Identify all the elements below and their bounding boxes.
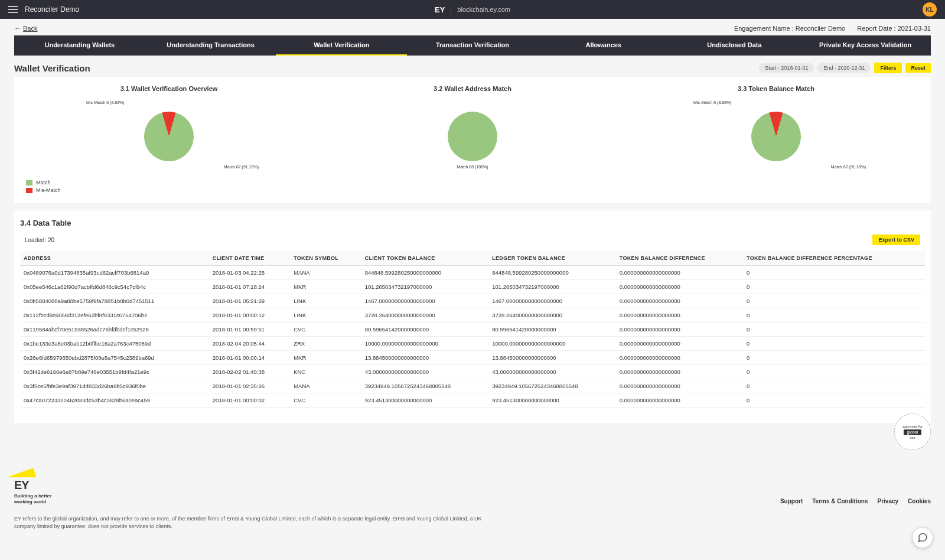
pie-icon xyxy=(448,112,497,161)
table-cell: 10000.000000000000000000 xyxy=(361,337,489,351)
table-cell: 13.884500000000000000 xyxy=(361,351,489,365)
footer-link-terms[interactable]: Terms & Conditions xyxy=(812,498,868,504)
table-header[interactable]: TOKEN BALANCE DIFFERENCE PERCENTAGE xyxy=(743,251,925,266)
table-header[interactable]: CLIENT DATE TIME xyxy=(209,251,290,266)
tab-undisclosed-data[interactable]: Undisclosed Data xyxy=(669,35,800,56)
table-cell: 0 xyxy=(743,308,925,323)
table-cell: 0.000000000000000000 xyxy=(616,337,743,351)
table-row[interactable]: 0x05ee546c1a62f90d7acbffd6d846c9c54c7cf9… xyxy=(20,280,925,294)
engagement-label: Engagement Name : xyxy=(734,25,794,32)
end-date-chip[interactable]: End - 2020-12-31 xyxy=(817,63,871,73)
table-cell: 1467.000000000000000000 xyxy=(488,294,616,308)
footer-link-cookies[interactable]: Cookies xyxy=(908,498,931,504)
tab-bar: Understanding Wallets Understanding Tran… xyxy=(14,35,931,56)
approval-badge: approved for global use xyxy=(894,414,931,450)
chart-verification-overview: 3.1 Wallet Verification Overview Mis-Mat… xyxy=(20,85,318,169)
top-center: EY blockchain.ey.com xyxy=(435,5,510,14)
tab-wallet-verification[interactable]: Wallet Verification xyxy=(276,35,407,56)
table-cell: 2018-01-01 00:00:12 xyxy=(209,308,290,323)
table-cell: 2018-01-01 05:21:29 xyxy=(209,294,290,308)
ey-logo: EY Building a better working world xyxy=(14,468,51,504)
table-cell: MKR xyxy=(290,351,361,365)
avatar[interactable]: KL xyxy=(923,2,937,17)
table-cell: 0x3f42de6166e6e87b89e746e03551b9fd4fa21e… xyxy=(20,365,209,379)
table-header[interactable]: CLIENT TOKEN BALANCE xyxy=(361,251,489,266)
table-cell: 0.000000000000000000 xyxy=(616,393,743,408)
charts-row: 3.1 Wallet Verification Overview Mis-Mat… xyxy=(20,85,925,169)
table-cell: 3728.264000000000000000 xyxy=(488,308,616,323)
reset-button[interactable]: Reset xyxy=(905,63,931,73)
menu-icon[interactable] xyxy=(8,6,18,13)
table-row[interactable]: 0x26e6fd65979650ebd2875f08e8a7545c2389ba… xyxy=(20,351,925,365)
report-value: 2021-03-31 xyxy=(898,25,931,32)
filters-button[interactable]: Filters xyxy=(874,63,902,73)
legend-swatch-icon xyxy=(26,180,32,185)
export-csv-button[interactable]: Export to CSV xyxy=(872,235,920,245)
ey-text: EY xyxy=(14,478,51,492)
report-info: Report Date : 2021-03-31 xyxy=(857,25,931,32)
table-cell: 13.884500000000000000 xyxy=(488,351,616,365)
tab-private-key-access[interactable]: Private Key Access Validation xyxy=(800,35,931,56)
back-button[interactable]: ← Back xyxy=(14,25,37,32)
pie-wrap: Mis-Match 6 (8.82%) Match 62 (91.18%) xyxy=(627,104,925,169)
table-cell: 0x26e6fd65979650ebd2875f08e8a7545c2389ba… xyxy=(20,351,209,365)
table-header[interactable]: TOKEN BALANCE DIFFERENCE xyxy=(616,251,743,266)
table-cell: 2018-01-01 00:00:02 xyxy=(209,393,290,408)
badge-text: approved for xyxy=(902,425,923,428)
legend-swatch-icon xyxy=(26,188,32,193)
top-left: Reconciler Demo xyxy=(8,5,79,14)
table-cell: 923.451300000000000000 xyxy=(488,393,616,408)
table-cell: 0.000000000000000000 xyxy=(616,351,743,365)
chart-title: 3.1 Wallet Verification Overview xyxy=(20,85,318,92)
match-label: Match 62 (91.18%) xyxy=(831,165,866,169)
triangle-icon xyxy=(6,468,39,477)
pie-wrap: Mis-Match 6 (8.82%) Match 62 (91.18%) xyxy=(20,104,318,169)
footer-link-privacy[interactable]: Privacy xyxy=(878,498,899,504)
table-head-row: ADDRESSCLIENT DATE TIMETOKEN SYMBOLCLIEN… xyxy=(20,251,925,266)
table-cell: 0 xyxy=(743,323,925,337)
mismatch-label: Mis-Match 6 (8.82%) xyxy=(86,100,125,105)
data-table-sub-row: Loaded: 20 Export to CSV xyxy=(20,235,925,245)
footer-link-support[interactable]: Support xyxy=(780,498,803,504)
table-cell: 0x0b5884088a9a88be5759f9fa78851b8b0d7451… xyxy=(20,294,209,308)
table-row[interactable]: 0x0b5884088a9a88be5759f9fa78851b8b0d7451… xyxy=(20,294,925,308)
table-cell: 0x112fbcd8c6058d212efe62bf8f0331c0754706… xyxy=(20,308,209,323)
legend-item-match: Match xyxy=(26,180,925,185)
tab-understanding-wallets[interactable]: Understanding Wallets xyxy=(14,35,145,56)
table-header[interactable]: ADDRESS xyxy=(20,251,209,266)
info-row: ← Back Engagement Name : Reconciler Demo… xyxy=(0,19,945,35)
table-cell: 844848.599280250000000000 xyxy=(488,266,616,280)
tab-allowances[interactable]: Allowances xyxy=(538,35,669,56)
table-cell: 0 xyxy=(743,337,925,351)
start-date-chip[interactable]: Start - 2018-01-01 xyxy=(759,63,814,73)
legend-label: Mis-Match xyxy=(36,187,61,193)
back-label: Back xyxy=(23,25,37,32)
chat-icon[interactable] xyxy=(912,527,933,548)
chart-title: 3.3 Token Balance Match xyxy=(627,85,925,92)
table-cell: 39234949.1056725243468805548 xyxy=(488,379,616,393)
table-cell: 0.000000000000000000 xyxy=(616,365,743,379)
table-cell: 0 xyxy=(743,393,925,408)
page-title: Wallet Verification xyxy=(14,63,90,73)
table-row[interactable]: 0x112fbcd8c6058d212efe62bf8f0331c0754706… xyxy=(20,308,925,323)
table-header[interactable]: LEDGER TOKEN BALANCE xyxy=(488,251,616,266)
match-label: Match 68 (100%) xyxy=(457,165,488,169)
engagement-value: Reconciler Demo xyxy=(796,25,845,32)
table-cell: 101.265034732197000000 xyxy=(488,280,616,294)
footer: approved for global use EY Building a be… xyxy=(0,423,945,548)
tagline-line: Building a better xyxy=(14,493,51,499)
tab-transaction-verification[interactable]: Transaction Verification xyxy=(407,35,538,56)
table-cell: 2018-01-01 07:18:24 xyxy=(209,280,290,294)
divider-icon xyxy=(451,5,451,14)
table-cell: 0.000000000000000000 xyxy=(616,294,743,308)
charts-panel: 3.1 Wallet Verification Overview Mis-Mat… xyxy=(14,77,931,203)
tab-understanding-transactions[interactable]: Understanding Transactions xyxy=(145,35,276,56)
table-header[interactable]: TOKEN SYMBOL xyxy=(290,251,361,266)
table-row[interactable]: 0x3f42de6166e6e87b89e746e03551b9fd4fa21e… xyxy=(20,365,925,379)
table-row[interactable]: 0x3f5ce5fbfe3e9af3971dd833d26ba9b5c936f0… xyxy=(20,379,925,393)
table-row[interactable]: 0x119584abcf70e51938526adc76bfdbdef1c529… xyxy=(20,323,925,337)
table-row[interactable]: 0x1be183e3a8e03bab12b0ffbe16a2a763c47508… xyxy=(20,337,925,351)
table-row[interactable]: 0x47ca07223320462083dc53b4c3828b6a0eac45… xyxy=(20,393,925,408)
table-row[interactable]: 0x0489076a0d17394835af93cd62acff703b6814… xyxy=(20,266,925,280)
app-title: Reconciler Demo xyxy=(25,5,79,14)
